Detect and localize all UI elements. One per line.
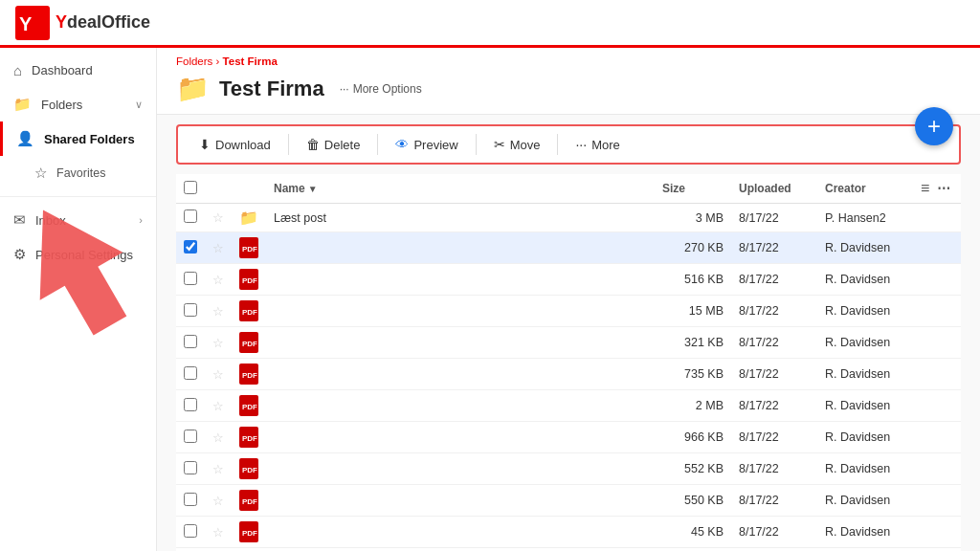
table-row[interactable]: ☆PDF45 KB8/17/22R. Davidsen <box>176 517 961 548</box>
folder-header: Folders › Test Firma 📁 Test Firma ··· Mo… <box>157 48 980 115</box>
gear-icon: ⚙ <box>13 246 26 263</box>
row-checkbox[interactable] <box>184 524 197 538</box>
folder-more-options[interactable]: ··· More Options <box>340 82 422 96</box>
table-row[interactable]: ☆PDF552 KB8/17/22R. Davidsen <box>176 453 961 485</box>
file-creator: R. Davidsen <box>817 453 913 485</box>
file-creator: R. Davidsen <box>817 232 913 264</box>
th-uploaded-label: Uploaded <box>739 182 791 195</box>
sort-arrow-icon: ▼ <box>308 184 318 194</box>
file-name[interactable] <box>266 548 655 552</box>
table-row[interactable]: ☆PDF516 KB8/17/22R. Davidsen <box>176 264 961 296</box>
file-creator: R. Davidsen <box>817 485 913 517</box>
more-options-label: More Options <box>353 82 422 96</box>
table-row[interactable]: ☆PDF270 KB8/17/22R. Davidsen <box>176 232 961 264</box>
breadcrumb-parent[interactable]: Folders <box>176 55 212 67</box>
add-fab-button[interactable]: + <box>915 107 953 145</box>
list-view-icon[interactable]: ≡ <box>921 180 929 196</box>
file-creator: R. Davidsen <box>817 390 913 422</box>
table-row[interactable]: ☆PDF15 MB8/17/22R. Davidsen <box>176 296 961 327</box>
star-toggle[interactable]: ☆ <box>212 494 224 508</box>
svg-text:Y: Y <box>19 13 33 34</box>
row-checkbox[interactable] <box>184 366 197 380</box>
file-uploaded: 8/17/22 <box>731 232 817 264</box>
row-checkbox[interactable] <box>184 461 197 474</box>
file-name[interactable] <box>266 264 655 296</box>
sidebar-label-favorites: Favorites <box>56 166 105 180</box>
move-label: Move <box>510 138 541 152</box>
row-actions <box>913 327 961 359</box>
more-button[interactable]: ··· More <box>564 132 631 157</box>
folder-title-row: 📁 Test Firma ··· More Options <box>176 73 961 114</box>
file-creator: R. Davidsen <box>817 359 913 390</box>
sidebar-item-folders[interactable]: 📁 Folders ∨ <box>0 87 156 121</box>
file-name[interactable] <box>266 327 655 359</box>
row-checkbox[interactable] <box>184 430 197 443</box>
th-name[interactable]: Name ▼ <box>266 174 655 204</box>
file-size: 15 MB <box>655 296 731 327</box>
row-checkbox[interactable] <box>184 335 197 348</box>
preview-button[interactable]: 👁 Preview <box>384 132 469 157</box>
star-toggle[interactable]: ☆ <box>212 430 224 445</box>
file-uploaded: 8/17/22 <box>731 517 817 548</box>
file-name[interactable] <box>266 232 655 264</box>
row-checkbox[interactable] <box>184 240 197 253</box>
table-row[interactable]: ☆PDF966 KB8/17/22R. Davidsen <box>176 422 961 453</box>
sidebar-item-shared-folders[interactable]: 👤 Shared Folders <box>0 121 156 156</box>
row-checkbox[interactable] <box>184 398 197 411</box>
star-toggle[interactable]: ☆ <box>212 304 224 319</box>
delete-button[interactable]: 🗑 Delete <box>295 132 372 157</box>
table-row[interactable]: ☆PDF2 MB8/17/22R. Davidsen <box>176 390 961 422</box>
star-toggle[interactable]: ☆ <box>212 273 224 287</box>
row-actions <box>913 232 961 264</box>
sidebar-item-inbox[interactable]: ✉ Inbox › <box>0 203 156 237</box>
row-checkbox[interactable] <box>184 272 197 285</box>
star-toggle[interactable]: ☆ <box>212 210 224 225</box>
download-button[interactable]: ⬇ Download <box>188 132 282 157</box>
sidebar-item-dashboard[interactable]: ⌂ Dashboard <box>0 54 156 87</box>
star-toggle[interactable]: ☆ <box>212 336 224 350</box>
file-name[interactable]: Læst post <box>266 204 655 232</box>
file-name[interactable] <box>266 390 655 422</box>
row-actions <box>913 390 961 422</box>
table-row[interactable]: ☆PDF550 KB8/17/22R. Davidsen <box>176 485 961 517</box>
move-button[interactable]: ✂ Move <box>482 132 552 157</box>
row-checkbox[interactable] <box>184 493 197 506</box>
table-row[interactable]: ☆PDF735 KB8/17/22R. Davidsen <box>176 359 961 390</box>
row-actions <box>913 517 961 548</box>
row-checkbox[interactable] <box>184 209 197 223</box>
file-list-container: Name ▼ Size Uploaded Creator <box>176 174 961 551</box>
select-all-checkbox[interactable] <box>184 181 197 194</box>
table-row[interactable]: ☆PDF321 KB8/17/22R. Davidsen <box>176 327 961 359</box>
file-size: 2 MB <box>655 390 731 422</box>
more-label: More <box>591 138 620 152</box>
star-toggle[interactable]: ☆ <box>212 399 224 413</box>
file-uploaded: 8/17/22 <box>731 453 817 485</box>
star-toggle[interactable]: ☆ <box>212 241 224 255</box>
download-label: Download <box>215 138 271 152</box>
star-toggle[interactable]: ☆ <box>212 367 224 382</box>
file-name[interactable] <box>266 485 655 517</box>
file-size: 552 KB <box>655 453 731 485</box>
sidebar-label-shared-folders: Shared Folders <box>44 132 135 146</box>
sidebar-item-personal-settings[interactable]: ⚙ Personal Settings <box>0 237 156 272</box>
breadcrumb-current: Test Firma <box>223 55 278 67</box>
plus-icon: + <box>927 113 941 140</box>
row-actions <box>913 422 961 453</box>
breadcrumb: Folders › Test Firma <box>176 55 961 67</box>
file-name[interactable] <box>266 422 655 453</box>
star-toggle[interactable]: ☆ <box>212 525 224 540</box>
star-toggle[interactable]: ☆ <box>212 462 224 476</box>
file-name[interactable] <box>266 453 655 485</box>
file-name[interactable] <box>266 296 655 327</box>
table-row[interactable]: ☆📁Læst post3 MB8/17/22P. Hansen2 <box>176 204 961 232</box>
row-checkbox[interactable] <box>184 303 197 317</box>
grid-view-icon[interactable]: ⋯ <box>937 181 950 196</box>
download-icon: ⬇ <box>199 137 211 152</box>
sidebar-item-favorites[interactable]: ☆ Favorites <box>0 156 156 190</box>
file-name[interactable] <box>266 517 655 548</box>
table-row[interactable]: ☆PDF26 KB8/17/22R. Davidsen <box>176 548 961 552</box>
file-name[interactable] <box>266 359 655 390</box>
th-creator-label: Creator <box>825 182 866 195</box>
row-actions <box>913 264 961 296</box>
folder-large-icon: 📁 <box>176 73 210 104</box>
